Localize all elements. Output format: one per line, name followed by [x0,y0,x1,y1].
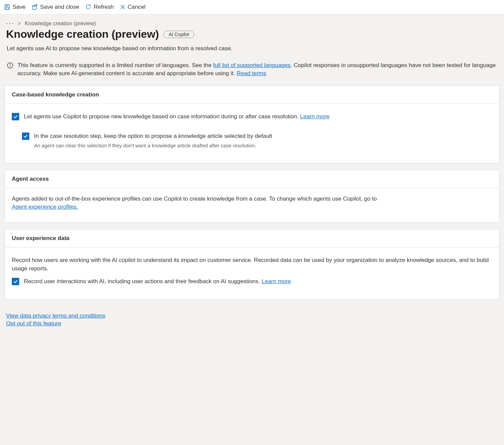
record-interactions-checkbox[interactable] [12,278,19,285]
save-close-label: Save and close [40,4,79,10]
save-icon [4,4,10,10]
propose-knowledge-label: Let agents use Copilot to propose new kn… [24,113,329,121]
footer-links: View data privacy terms and conditions O… [0,306,504,347]
propose-knowledge-checkbox[interactable] [12,113,19,120]
info-banner: This feature is currently supported in a… [0,61,504,86]
learn-more-link[interactable]: Learn more [300,113,329,120]
propose-knowledge-setting: Let agents use Copilot to propose new kn… [12,113,492,121]
close-icon [120,4,125,10]
cancel-label: Cancel [128,4,146,10]
ux-data-card-title: User experience data [5,230,499,247]
breadcrumb: · · · > Knowledge creation (preview) [0,14,504,28]
record-interactions-setting: Record user interactions with AI, includ… [12,277,492,286]
blank-area [0,347,504,442]
agent-experience-profiles-link[interactable]: Agent experience profiles. [12,204,78,210]
record-interactions-label: Record user interactions with AI, includ… [24,277,291,286]
breadcrumb-current: Knowledge creation (preview) [25,21,96,27]
ux-data-card: User experience data Record how users ar… [5,229,499,300]
info-text: This feature is currently supported in a… [18,61,497,78]
save-and-close-button[interactable]: Save and close [32,4,79,10]
case-based-card-title: Case-based knowledge creation [5,86,499,104]
svg-rect-3 [32,5,36,9]
save-close-icon [32,4,38,10]
agent-access-card: Agent access Agents added to out-of-the-… [5,170,499,222]
save-label: Save [12,4,26,10]
breadcrumb-overflow-icon[interactable]: · · · [6,21,13,27]
ai-copilot-badge: AI Copilot [164,31,194,38]
svg-rect-0 [5,5,9,9]
default-selected-subtext: An agent can clear this selection if the… [34,142,492,149]
svg-rect-4 [33,5,35,7]
privacy-terms-link[interactable]: View data privacy terms and conditions [6,313,106,319]
refresh-button[interactable]: Refresh [85,4,114,10]
svg-point-7 [10,64,10,64]
info-icon [7,62,13,71]
case-based-card: Case-based knowledge creation Let agents… [5,86,499,163]
breadcrumb-separator: > [18,21,21,27]
svg-rect-1 [6,5,8,6]
default-selected-setting: In the case resolution step, keep the op… [22,132,492,141]
refresh-icon [85,4,91,10]
refresh-label: Refresh [94,4,114,10]
read-terms-link[interactable]: Read terms [237,70,266,77]
page-title: Knowledge creation (preview) [6,28,159,40]
learn-more-ux-link[interactable]: Learn more [262,278,291,285]
agent-access-card-title: Agent access [5,170,499,188]
default-selected-checkbox[interactable] [22,132,29,140]
opt-out-link[interactable]: Opt out of this feature [6,320,61,327]
agent-access-text: Agents added to out-of-the-box experienc… [5,188,499,222]
save-button[interactable]: Save [4,4,26,10]
cancel-button[interactable]: Cancel [120,4,146,10]
command-bar: Save Save and close Refresh Cancel [0,0,504,14]
default-selected-label: In the case resolution step, keep the op… [34,132,272,141]
supported-languages-link[interactable]: full list of supported languages [213,62,291,68]
page-description: Let agents use AI to propose new knowled… [0,42,504,61]
ux-data-text: Record how users are working with the AI… [12,256,492,273]
svg-rect-2 [6,7,8,9]
page-header: Knowledge creation (preview) AI Copilot [0,28,504,42]
